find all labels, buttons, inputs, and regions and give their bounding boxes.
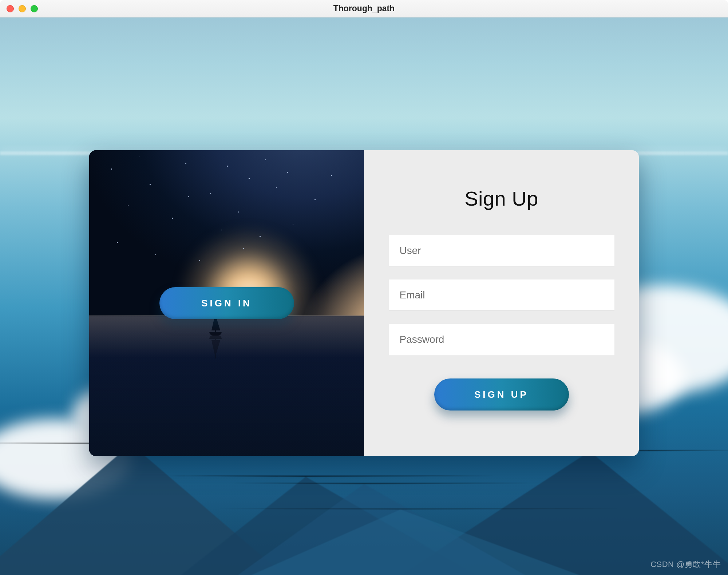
sign-up-button[interactable]: SIGN UP (434, 378, 569, 411)
traffic-light-group (7, 5, 38, 12)
window-title: Thorough_path (333, 4, 395, 13)
sailboat-reflection-icon (208, 335, 223, 358)
maximize-icon[interactable] (31, 5, 38, 12)
watermark-text: CSDN @勇敢*牛牛 (650, 559, 721, 570)
sign-in-button[interactable]: SIGN IN (159, 287, 294, 319)
card-left-image: SIGN IN (89, 150, 364, 456)
minimize-icon[interactable] (19, 5, 26, 12)
signup-title: Sign Up (464, 187, 538, 210)
background-sky: SIGN IN Sign Up SIGN UP CSDN @勇敢*牛牛 (0, 17, 728, 575)
titlebar: Thorough_path (0, 0, 728, 17)
auth-card: SIGN IN Sign Up SIGN UP (89, 150, 639, 456)
password-field[interactable] (389, 324, 614, 355)
signup-panel: Sign Up SIGN UP (364, 150, 639, 456)
email-field[interactable] (389, 279, 614, 311)
close-icon[interactable] (7, 5, 14, 12)
user-input[interactable] (389, 235, 614, 266)
